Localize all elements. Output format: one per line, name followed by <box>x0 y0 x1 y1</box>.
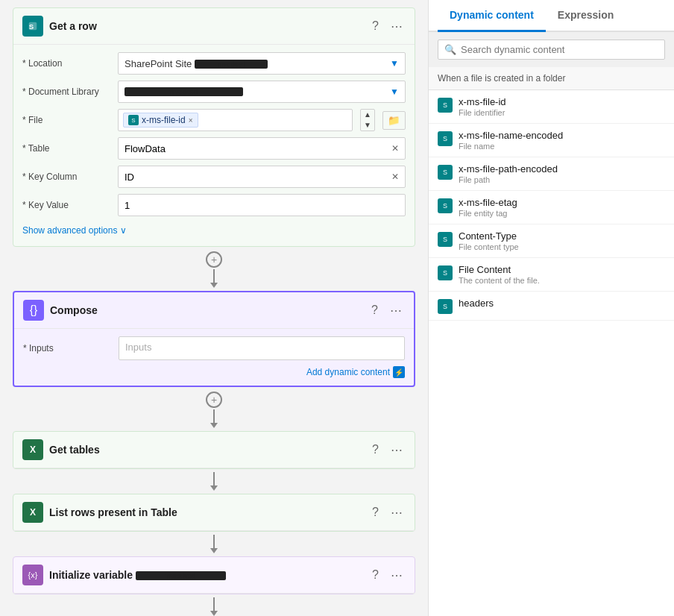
connector-3 <box>210 472 218 491</box>
dynamic-item-text-1: x-ms-file-name-encoded File name <box>459 130 665 151</box>
compose-actions: ? ⋯ <box>368 302 405 319</box>
file-tag-text: x-ms-file-id <box>142 115 186 125</box>
location-input[interactable]: SharePoint Site masked ▼ <box>118 52 406 75</box>
dynamic-item-text-2: x-ms-file-path-encoded File path <box>459 163 665 184</box>
file-tag-icon: S <box>128 115 139 125</box>
dynamic-item[interactable]: S Content-Type File content type <box>429 224 674 258</box>
advanced-link[interactable]: Show advanced options ∨ <box>22 222 406 239</box>
compose-icon: {} <box>23 300 44 321</box>
inputs-field[interactable]: Inputs <box>119 336 405 360</box>
table-input[interactable]: FlowData ✕ <box>118 137 406 160</box>
connector-line-4 <box>213 535 215 548</box>
connector-line-3 <box>213 472 215 485</box>
compose-help-btn[interactable]: ? <box>368 302 381 318</box>
file-input[interactable]: S x-ms-file-id × <box>118 109 353 131</box>
dynamic-item[interactable]: S headers <box>429 292 674 321</box>
dynamic-item[interactable]: S File Content The content of the file. <box>429 258 674 292</box>
initvariable-card: {x} Initialize variable masked ? ⋯ <box>13 556 415 594</box>
gettables-icon: X <box>22 439 43 460</box>
listrows-title: List rows present in Table <box>49 506 363 518</box>
dynamic-item-text-5: File Content The content of the file. <box>459 264 665 285</box>
connector-line-1 <box>213 269 215 283</box>
getrow-more-btn[interactable]: ⋯ <box>388 18 406 35</box>
listrows-icon: X <box>22 502 43 523</box>
table-clear-btn[interactable]: ✕ <box>391 143 399 154</box>
dynamic-item-desc-2: File path <box>459 175 665 184</box>
dynamic-item-icon-2: S <box>438 165 453 180</box>
keycolumn-value: ID <box>125 172 134 183</box>
search-icon: 🔍 <box>444 44 456 55</box>
dynamic-item-desc-0: File identifier <box>459 108 665 117</box>
connector-5 <box>210 597 218 616</box>
section-header: When a file is created in a folder <box>429 67 674 90</box>
dynamic-item-desc-3: File entity tag <box>459 209 665 218</box>
connector-plus-2[interactable]: + <box>206 392 222 408</box>
connector-arrow-4 <box>210 548 218 553</box>
connector-2: + <box>206 390 222 428</box>
doclibrary-label: * Document Library <box>22 87 112 97</box>
listrows-help-btn[interactable]: ? <box>369 504 382 521</box>
file-down-btn[interactable]: ▼ <box>361 120 374 131</box>
getrow-title: Get a row <box>49 20 363 32</box>
getrow-help-btn[interactable]: ? <box>369 18 382 34</box>
advanced-chevron: ∨ <box>120 225 127 236</box>
doclibrary-input[interactable]: masked ▼ <box>118 81 406 103</box>
dynamic-item[interactable]: S x-ms-file-id File identifier <box>429 90 674 124</box>
keyvalue-input[interactable]: 1 <box>118 194 406 216</box>
compose-header: {} Compose ? ⋯ <box>14 292 414 329</box>
tab-expression[interactable]: Expression <box>546 0 626 32</box>
dynamic-item-icon-6: S <box>438 299 453 314</box>
connector-line-2 <box>213 409 215 423</box>
keycolumn-input[interactable]: ID ✕ <box>118 166 406 188</box>
initvariable-title: Initialize variable masked <box>49 569 363 581</box>
compose-card: {} Compose ? ⋯ * Inputs Inputs Add dynam… <box>13 291 415 387</box>
add-dynamic-icon: ⚡ <box>393 366 405 378</box>
listrows-more-btn[interactable]: ⋯ <box>388 504 406 521</box>
dynamic-item-icon-5: S <box>438 265 453 280</box>
gettables-title: Get tables <box>49 444 363 456</box>
inputs-label: * Inputs <box>23 343 113 353</box>
getrow-body: * Location SharePoint Site masked ▼ * Do… <box>13 45 415 246</box>
file-tag-close[interactable]: × <box>189 116 193 125</box>
search-box: 🔍 <box>438 40 665 60</box>
connector-arrow-1 <box>210 283 218 288</box>
connector-line-5 <box>213 597 215 611</box>
doclibrary-arrow: ▼ <box>390 87 399 97</box>
tab-dynamic[interactable]: Dynamic content <box>438 0 546 32</box>
gettables-help-btn[interactable]: ? <box>369 441 382 458</box>
compose-title: Compose <box>50 304 362 316</box>
getrow-card: S Get a row ? ⋯ * Location SharePoint Si… <box>13 7 415 247</box>
panel-tabs: Dynamic content Expression <box>429 0 674 32</box>
compose-body: * Inputs Inputs Add dynamic content ⚡ <box>14 329 414 386</box>
gettables-card: X Get tables ? ⋯ <box>13 431 415 469</box>
dynamic-item-icon-3: S <box>438 198 453 213</box>
dynamic-item-desc-4: File content type <box>459 242 665 251</box>
location-arrow: ▼ <box>390 58 399 69</box>
getrow-icon: S <box>22 16 43 37</box>
dynamic-item-icon-1: S <box>438 131 453 146</box>
compose-more-btn[interactable]: ⋯ <box>387 302 405 319</box>
listrows-header: X List rows present in Table ? ⋯ <box>13 494 415 531</box>
dynamic-item-desc-5: The content of the file. <box>459 276 665 285</box>
file-browse-btn[interactable]: 📁 <box>382 111 406 130</box>
panel-search: 🔍 <box>429 32 674 67</box>
table-value: FlowData <box>125 143 166 154</box>
gettables-more-btn[interactable]: ⋯ <box>388 441 406 459</box>
dynamic-item-text-3: x-ms-file-etag File entity tag <box>459 197 665 218</box>
file-up-btn[interactable]: ▲ <box>361 110 374 120</box>
add-dynamic-btn[interactable]: Add dynamic content ⚡ <box>306 366 405 378</box>
initvariable-actions: ? ⋯ <box>369 567 406 584</box>
dynamic-item-name-1: x-ms-file-name-encoded <box>459 130 665 141</box>
connector-plus-1[interactable]: + <box>206 251 222 268</box>
initvariable-more-btn[interactable]: ⋯ <box>388 567 406 584</box>
add-dynamic-container: Add dynamic content ⚡ <box>23 366 405 378</box>
keycolumn-clear-btn[interactable]: ✕ <box>391 172 399 182</box>
advanced-label: Show advanced options <box>22 225 117 236</box>
dynamic-item[interactable]: S x-ms-file-etag File entity tag <box>429 191 674 224</box>
dynamic-item-text-6: headers <box>459 298 665 309</box>
initvariable-icon: {x} <box>22 565 43 585</box>
dynamic-item[interactable]: S x-ms-file-name-encoded File name <box>429 124 674 157</box>
dynamic-item[interactable]: S x-ms-file-path-encoded File path <box>429 157 674 191</box>
search-input[interactable] <box>461 44 658 55</box>
initvariable-help-btn[interactable]: ? <box>369 567 382 583</box>
